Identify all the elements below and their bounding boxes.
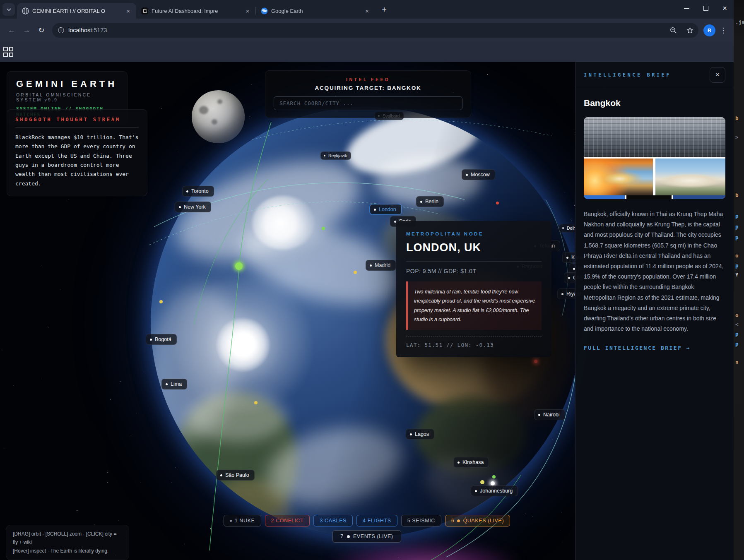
- tab-title: Google Earth: [271, 8, 359, 14]
- city-dot: [475, 490, 477, 492]
- tab-gemini-earth[interactable]: GEMINI EARTH // ORBITAL O ×: [17, 3, 136, 19]
- layer-number: 6: [451, 518, 455, 524]
- tab-future-ai-dashboard[interactable]: Future AI Dashboard: Impre ×: [136, 3, 255, 19]
- profile-avatar[interactable]: R: [703, 24, 715, 36]
- star: [41, 266, 42, 266]
- code-fragment: p: [735, 262, 739, 269]
- star: [110, 399, 111, 400]
- apps-grid-icon[interactable]: [3, 47, 13, 57]
- star: [4, 449, 4, 449]
- nebula-glow: [327, 541, 522, 560]
- tab-search-button[interactable]: [2, 3, 15, 16]
- city-name: London: [379, 207, 396, 212]
- map-marker-dot: [492, 475, 496, 478]
- star: [131, 434, 131, 434]
- star: [77, 510, 77, 511]
- layer-button-1-nuke[interactable]: 1 NUKE: [224, 515, 261, 526]
- city-label-sao-paulo[interactable]: São Paulo: [216, 470, 255, 481]
- layer-button-5-seismic[interactable]: 5 SEISMIC: [401, 515, 441, 526]
- tab-close-button[interactable]: ×: [243, 6, 252, 15]
- layer-label: 4 FLIGHTS: [363, 518, 391, 524]
- star: [565, 192, 565, 193]
- city-label-bogota[interactable]: Bogotá: [146, 334, 177, 345]
- popup-coordinates: LAT: 51.51 // LON: -0.13: [406, 336, 542, 348]
- events-live-button[interactable]: 7 EVENTS (LIVE): [332, 530, 401, 543]
- city-label-london[interactable]: London: [370, 204, 402, 215]
- minimize-button[interactable]: [684, 8, 689, 9]
- star: [176, 467, 176, 468]
- back-button[interactable]: ←: [4, 23, 19, 38]
- layer-button-3-cables[interactable]: 3 CABLES: [313, 515, 353, 526]
- city-name: Johannesburg: [480, 488, 513, 494]
- search-input[interactable]: [274, 96, 462, 110]
- bookmarks-bar: [0, 42, 734, 62]
- code-fragment: o: [735, 252, 739, 259]
- city-dot: [374, 209, 376, 211]
- star: [553, 439, 553, 440]
- layer-label: 1 NUKE: [235, 518, 255, 524]
- city-name: Toronto: [191, 188, 209, 194]
- help-line-1: [DRAG] orbit · [SCROLL] zoom · [CLICK] c…: [13, 530, 122, 547]
- live-dot-icon: [457, 519, 460, 522]
- star-icon: [686, 27, 693, 34]
- layer-button-quakes-live[interactable]: 6QUAKES (LIVE): [445, 515, 510, 526]
- address-bar[interactable]: ⓘ localhost:5173: [52, 23, 698, 38]
- star: [41, 378, 41, 378]
- city-label-moscow[interactable]: Moscow: [462, 169, 495, 180]
- tab-close-button[interactable]: ×: [363, 6, 372, 15]
- forward-button[interactable]: →: [19, 23, 34, 38]
- star: [13, 385, 14, 386]
- tab-google-earth[interactable]: Google Earth ×: [256, 3, 375, 19]
- star: [144, 372, 144, 372]
- code-fragment: p: [735, 341, 739, 347]
- city-label-lagos[interactable]: Lagos: [406, 429, 434, 440]
- map-marker-dot: [322, 227, 325, 230]
- city-label-toronto[interactable]: Toronto: [182, 186, 214, 197]
- code-fragment: n: [735, 359, 739, 365]
- code-fragment: .js: [735, 19, 744, 25]
- layer-label: 5 SEISMIC: [407, 518, 435, 524]
- city-dot: [324, 155, 325, 156]
- help-panel: [DRAG] orbit · [SCROLL] zoom · [CLICK] c…: [6, 525, 129, 560]
- bangkok-grand-palace-photo: [655, 159, 725, 195]
- layer-button-4-flights[interactable]: 4 FLIGHTS: [356, 515, 397, 526]
- city-label-kinshasa[interactable]: Kinshasa: [453, 457, 489, 468]
- zoom-out-icon[interactable]: [667, 24, 679, 36]
- app-title: GEMINI EARTH: [16, 79, 118, 89]
- new-tab-button[interactable]: +: [378, 4, 390, 15]
- tab-close-button[interactable]: ×: [124, 6, 133, 15]
- city-name: Reykjavik: [328, 153, 347, 158]
- city-name: Kinshasa: [462, 459, 484, 465]
- city-label-johannesburg[interactable]: Johannesburg: [471, 485, 518, 496]
- city-label-lima[interactable]: Lima: [161, 379, 187, 389]
- city-label-berlin[interactable]: Berlin: [416, 196, 444, 207]
- moon-crater: [199, 106, 208, 114]
- popup-city-title: LONDON, UK: [406, 241, 542, 254]
- sidebar-header: INTELLIGENCE BRIEF ×: [584, 62, 725, 88]
- city-dot: [538, 414, 540, 416]
- layer-button-2-conflict[interactable]: 2 CONFLICT: [265, 515, 310, 526]
- city-dot: [410, 433, 412, 435]
- popup-quote: Two millennia of rain, terrible food the…: [406, 281, 542, 330]
- city-label-madrid[interactable]: Madrid: [366, 260, 396, 271]
- city-dot: [420, 201, 422, 203]
- sidebar-close-button[interactable]: ×: [710, 67, 725, 83]
- full-brief-link[interactable]: FULL INTELLIGENCE BRIEF →: [584, 345, 725, 351]
- help-line-2: [Hover] inspect · The Earth is literally…: [13, 547, 122, 555]
- maximize-button[interactable]: [703, 6, 708, 11]
- claude-favicon-icon: [141, 7, 148, 14]
- site-info-icon[interactable]: ⓘ: [58, 26, 64, 34]
- star: [269, 125, 270, 125]
- bookmark-star-icon[interactable]: [684, 24, 696, 36]
- window-close-button[interactable]: ×: [722, 4, 727, 12]
- reload-button[interactable]: ↻: [34, 23, 49, 38]
- city-dot: [562, 227, 564, 229]
- browser-menu-button[interactable]: ⋮: [717, 24, 730, 36]
- city-label-new-york[interactable]: New York: [175, 202, 211, 212]
- city-label-nairobi[interactable]: Nairobi: [534, 409, 565, 420]
- code-fragment: o: [735, 312, 739, 318]
- city-label-reykjavik[interactable]: Reykjavik: [320, 151, 351, 160]
- layer-label: 2 CONFLICT: [271, 518, 304, 524]
- star: [487, 74, 488, 75]
- star: [48, 327, 49, 327]
